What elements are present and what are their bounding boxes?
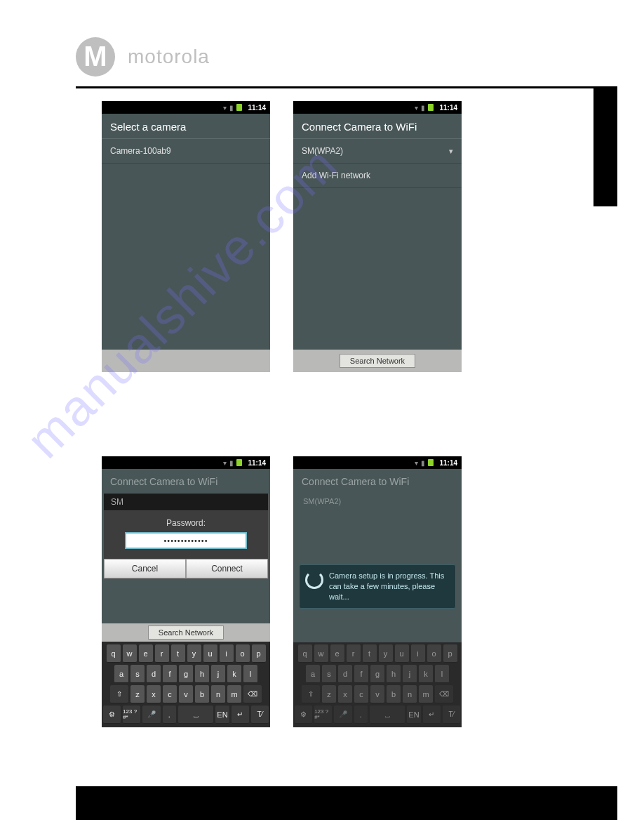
key-row-2: a s d f g h j k l xyxy=(103,665,269,683)
symbols-key[interactable]: 123 ?#* xyxy=(123,706,140,724)
shift-key[interactable]: ⇧ xyxy=(110,685,128,703)
screen-title: Select a camera xyxy=(102,114,270,138)
lang-key[interactable]: EN xyxy=(215,706,229,724)
key-g[interactable]: g xyxy=(179,665,193,683)
space-key: ⎵ xyxy=(370,706,405,724)
camera-name: Camera-100ab9 xyxy=(110,146,171,156)
network-name: SM(WPA2) xyxy=(303,497,341,505)
key-b: b xyxy=(387,685,401,703)
spinner-icon xyxy=(305,571,323,589)
bottom-bar: Search Network xyxy=(293,350,462,372)
wifi-icon: ▾ xyxy=(415,104,418,112)
key-q: q xyxy=(298,644,312,663)
key-i: i xyxy=(411,644,425,663)
key-g: g xyxy=(370,665,384,683)
screenshot-wifi-list: ▾ ▮ 11:14 Connect Camera to WiFi SM(WPA2… xyxy=(293,101,462,372)
password-dialog: SM Password: ••••••••••••• Cancel Connec… xyxy=(103,493,269,579)
key-q[interactable]: q xyxy=(107,644,121,663)
key-n[interactable]: n xyxy=(211,685,225,703)
keyboard: Search Network q w e r t y u i o p a s d… xyxy=(102,623,270,727)
add-network-label: Add Wi-Fi network xyxy=(302,171,370,180)
key-u[interactable]: u xyxy=(203,644,217,663)
cancel-button[interactable]: Cancel xyxy=(104,559,186,578)
key-j[interactable]: j xyxy=(211,665,225,683)
key-d: d xyxy=(338,665,352,683)
progress-toast: Camera setup is in progress. This can ta… xyxy=(299,564,456,609)
screenshot-setup-progress: ▾ ▮ 11:14 Connect Camera to WiFi SM(WPA2… xyxy=(293,456,462,727)
key-x[interactable]: x xyxy=(147,685,161,703)
camera-list-item[interactable]: Camera-100ab9 xyxy=(102,139,270,164)
wifi-icon: ▾ xyxy=(223,104,227,112)
key-s[interactable]: s xyxy=(130,665,145,683)
clock: 11:14 xyxy=(248,459,266,467)
key-l[interactable]: l xyxy=(243,665,257,683)
key-v: v xyxy=(370,685,384,703)
key-i[interactable]: i xyxy=(220,644,234,663)
key-k[interactable]: k xyxy=(227,665,241,683)
page-side-tab xyxy=(593,88,617,206)
clock: 11:14 xyxy=(248,104,266,112)
key-r[interactable]: r xyxy=(155,644,169,663)
backspace-key[interactable]: ⌫ xyxy=(243,685,262,703)
password-input[interactable]: ••••••••••••• xyxy=(125,532,247,549)
key-z[interactable]: z xyxy=(130,685,145,703)
key-row-1: q w e r t y u i o p xyxy=(103,644,269,663)
battery-icon xyxy=(428,459,434,466)
battery-icon xyxy=(236,459,242,466)
key-e[interactable]: e xyxy=(139,644,153,663)
wifi-network-item[interactable]: SM(WPA2) ▾ xyxy=(293,139,462,164)
wifi-signal-icon: ▾ xyxy=(449,147,453,156)
screen-title: Connect Camera to WiFi xyxy=(102,469,270,493)
key-e: e xyxy=(330,644,344,663)
key-h[interactable]: h xyxy=(195,665,209,683)
mic-key[interactable]: 🎤 xyxy=(142,706,160,724)
page: manualshive.com M motorola ▾ ▮ 11:14 Sel… xyxy=(0,0,644,834)
battery-icon xyxy=(428,104,434,111)
screenshot-select-camera: ▾ ▮ 11:14 Select a camera Camera-100ab9 xyxy=(102,101,270,372)
key-z: z xyxy=(322,685,336,703)
key-w: w xyxy=(314,644,328,663)
key-row-3: ⇧ z x c v b n m ⌫ xyxy=(103,685,269,703)
dialog-network-name: SM xyxy=(104,494,268,511)
key-d[interactable]: d xyxy=(147,665,161,683)
key-t[interactable]: t xyxy=(171,644,185,663)
key-r: r xyxy=(347,644,361,663)
dialog-body: Password: ••••••••••••• xyxy=(104,511,268,559)
status-bar: ▾ ▮ 11:14 xyxy=(293,101,462,114)
network-row: SM(WPA2) xyxy=(293,493,462,510)
key-b[interactable]: b xyxy=(195,685,209,703)
key-c[interactable]: c xyxy=(163,685,177,703)
settings-key[interactable]: ⚙ xyxy=(103,706,121,724)
connect-button[interactable]: Connect xyxy=(186,559,268,578)
key-v[interactable]: v xyxy=(179,685,193,703)
key-p: p xyxy=(443,644,457,663)
backspace-key: ⌫ xyxy=(435,685,453,703)
key-y: y xyxy=(379,644,393,663)
edit-key[interactable]: T∕ xyxy=(251,706,269,724)
toast-text: Camera setup is in progress. This can ta… xyxy=(329,571,444,601)
key-a[interactable]: a xyxy=(114,665,128,683)
key-f[interactable]: f xyxy=(163,665,177,683)
key-o[interactable]: o xyxy=(236,644,250,663)
search-network-button[interactable]: Search Network xyxy=(340,354,415,368)
password-label: Password: xyxy=(125,518,247,528)
key-y[interactable]: y xyxy=(187,644,201,663)
motorola-logo-icon: M xyxy=(76,37,115,77)
period-key[interactable]: . xyxy=(163,706,176,724)
key-w[interactable]: w xyxy=(123,644,137,663)
add-wifi-item[interactable]: Add Wi-Fi network xyxy=(293,164,462,188)
period-key: . xyxy=(354,706,368,724)
key-t: t xyxy=(363,644,377,663)
key-h: h xyxy=(387,665,401,683)
signal-icon: ▮ xyxy=(421,459,425,467)
status-bar: ▾ ▮ 11:14 xyxy=(102,456,270,469)
key-m[interactable]: m xyxy=(227,685,241,703)
clock: 11:14 xyxy=(439,459,457,467)
space-key[interactable]: ⎵ xyxy=(178,706,213,724)
signal-icon: ▮ xyxy=(229,104,234,112)
brand-header: M motorola xyxy=(76,27,617,88)
network-name: SM(WPA2) xyxy=(302,146,343,156)
enter-key[interactable]: ↵ xyxy=(232,706,249,724)
search-network-button[interactable]: Search Network xyxy=(148,626,224,640)
key-p[interactable]: p xyxy=(252,644,266,663)
